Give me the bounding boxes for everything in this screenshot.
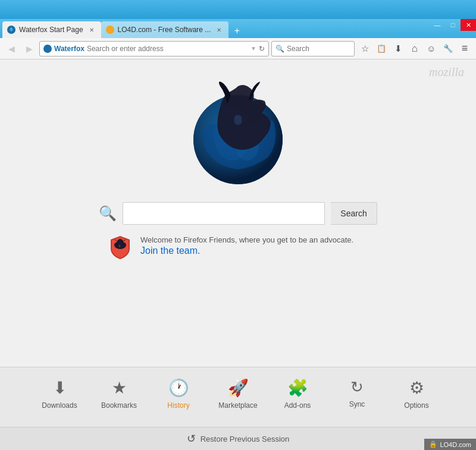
- downloads-icon: ⬇: [53, 378, 67, 398]
- history-label: History: [167, 401, 189, 410]
- watermark-text: LO4D.com: [440, 441, 471, 448]
- svg-point-1: [107, 27, 113, 33]
- watermark: 🔒 LO4D.com: [424, 439, 476, 450]
- addons-label: Add-ons: [284, 401, 311, 410]
- marketplace-icon: 🚀: [228, 378, 249, 398]
- back-button[interactable]: ◀: [4, 41, 19, 56]
- bookmarks-icon: ★: [112, 378, 127, 398]
- friends-notice: Welcome to Firefox Friends, where you ge…: [107, 234, 369, 260]
- nav-icons: ☆ 📋 ⬇ ⌂ ☺ 🔧 ≡: [357, 41, 472, 56]
- bottom-marketplace[interactable]: 🚀 Marketplace: [208, 375, 268, 423]
- downloads-label: Downloads: [42, 401, 77, 410]
- bottom-icons: ⬇ Downloads ★ Bookmarks 🕐 History 🚀 Mark…: [30, 367, 446, 427]
- history-icon: 🕐: [168, 378, 189, 398]
- bookmark-manager-button[interactable]: 📋: [374, 41, 389, 56]
- sync-label: Sync: [349, 400, 365, 408]
- address-brand-label: Waterfox: [54, 45, 84, 53]
- address-dropdown-icon[interactable]: ▼: [250, 45, 256, 52]
- bookmarks-label: Bookmarks: [101, 401, 137, 410]
- tab-label-waterfox: Waterfox Start Page: [19, 26, 83, 34]
- fox-logo: [178, 71, 298, 190]
- tab-favicon-lo4d: [106, 26, 114, 34]
- tab-label-lo4d: LO4D.com - Free Software ...: [118, 26, 211, 34]
- addons-icon: 🧩: [287, 378, 308, 398]
- bookmark-star-button[interactable]: ☆: [357, 41, 372, 56]
- search-bar: 🔍: [271, 41, 355, 56]
- tab-favicon-waterfox: [7, 26, 15, 34]
- friends-link[interactable]: Join the team.: [140, 246, 201, 256]
- downloads-button[interactable]: ⬇: [390, 41, 406, 56]
- tab-waterfox[interactable]: Waterfox Start Page ✕: [2, 21, 101, 38]
- restore-session-bar[interactable]: ↺ Restore Previous Session: [0, 427, 476, 450]
- title-bar: [0, 0, 476, 19]
- friends-text: Welcome to Firefox Friends, where you ge…: [140, 235, 353, 244]
- search-section: 🔍 Search: [99, 202, 377, 225]
- address-favicon: [43, 45, 52, 53]
- bottom-downloads[interactable]: ⬇ Downloads: [30, 375, 89, 423]
- bottom-sync[interactable]: ↻ Sync: [327, 375, 387, 423]
- close-button[interactable]: ✕: [461, 19, 476, 31]
- reload-button[interactable]: ↻: [259, 45, 265, 53]
- main-search-button[interactable]: Search: [331, 202, 377, 225]
- address-input[interactable]: [87, 45, 248, 53]
- address-bar: Waterfox ▼ ↻: [39, 41, 269, 56]
- main-content: mozilla 🔍 Search: [0, 59, 476, 367]
- menu-button[interactable]: ≡: [457, 41, 472, 56]
- minimize-button[interactable]: —: [430, 19, 445, 31]
- friends-text-container: Welcome to Firefox Friends, where you ge…: [140, 234, 369, 256]
- home-button[interactable]: ⌂: [407, 41, 422, 56]
- watermark-icon: 🔒: [429, 440, 437, 448]
- tab-close-waterfox[interactable]: ✕: [87, 25, 96, 34]
- options-icon: ⚙: [409, 378, 424, 398]
- window-controls: — □ ✕: [430, 19, 476, 31]
- main-search-input[interactable]: [123, 202, 325, 225]
- bottom-addons[interactable]: 🧩 Add-ons: [268, 375, 327, 423]
- tab-lo4d[interactable]: LO4D.com - Free Software ... ✕: [101, 21, 229, 38]
- restore-icon: ↺: [187, 432, 196, 445]
- sync-icon: ↻: [350, 378, 364, 396]
- search-icon-small: 🔍: [275, 45, 284, 53]
- bottom-bookmarks[interactable]: ★ Bookmarks: [89, 375, 149, 423]
- tab-close-lo4d[interactable]: ✕: [214, 25, 224, 34]
- bottom-history[interactable]: 🕐 History: [149, 375, 208, 423]
- tools-button[interactable]: 🔧: [440, 41, 456, 56]
- options-label: Options: [404, 401, 428, 410]
- search-icon-large: 🔍: [99, 205, 117, 222]
- user-button[interactable]: ☺: [424, 41, 439, 56]
- restore-text: Restore Previous Session: [201, 435, 290, 443]
- new-tab-button[interactable]: +: [228, 24, 245, 38]
- firefox-friends-shield: [107, 234, 133, 260]
- bottom-options[interactable]: ⚙ Options: [387, 375, 446, 423]
- maximize-button[interactable]: □: [445, 19, 461, 31]
- tab-bar: Waterfox Start Page ✕ LO4D.com - Free So…: [0, 19, 476, 38]
- mozilla-label: mozilla: [429, 65, 464, 79]
- marketplace-label: Marketplace: [218, 401, 257, 410]
- nav-bar: ◀ ▶ Waterfox ▼ ↻ 🔍 ☆ 📋 ⬇ ⌂ ☺ 🔧 ≡: [0, 38, 476, 59]
- forward-button[interactable]: ▶: [21, 41, 37, 56]
- bottom-bar: ⬇ Downloads ★ Bookmarks 🕐 History 🚀 Mark…: [0, 367, 476, 450]
